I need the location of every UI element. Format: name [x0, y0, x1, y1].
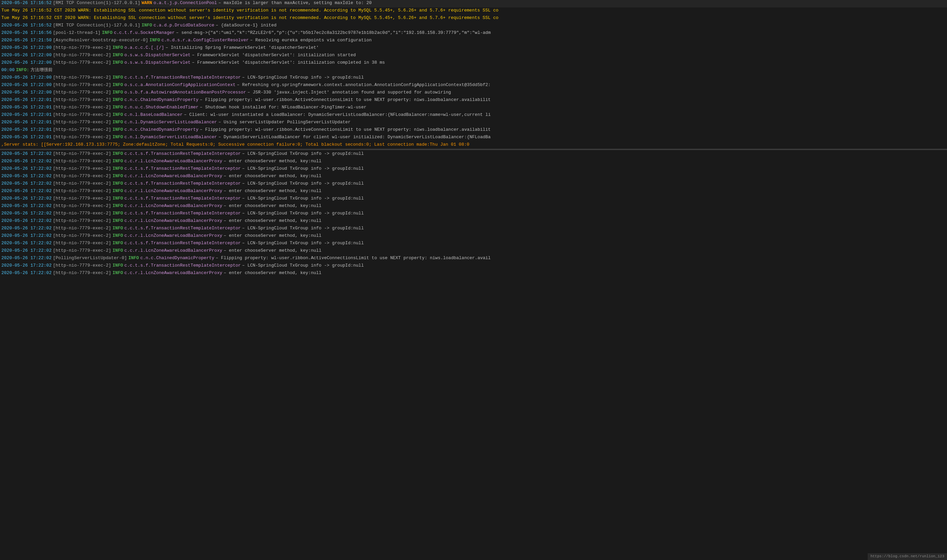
timestamp: 2020-05-26 17:22:02	[2, 255, 51, 262]
log-line: 2020-05-26 17:22:02 [http-nio-7779-exec-…	[0, 188, 947, 195]
thread: [AsyncResolver-bootstrap-executor-0]	[53, 37, 148, 44]
thread: [http-nio-7779-exec-2]	[53, 211, 111, 217]
log-line: Tue May 26 17:16:52 CST 2020 WARN: Estab…	[0, 15, 947, 22]
log-message: – LCN-SpringCloud TxGroup info -> groupI…	[242, 181, 945, 187]
log-message: – Resolving eureka endpoints via configu…	[250, 37, 945, 44]
log-message: – LCN-SpringCloud TxGroup info -> groupI…	[242, 240, 945, 247]
log-line: 2020-05-26 17:22:02 [http-nio-7779-exec-…	[0, 218, 947, 225]
timestamp: 00:00	[2, 67, 15, 74]
log-line: 2020-05-26 17:22:02 [http-nio-7779-exec-…	[0, 158, 947, 166]
status-bar: https://blog.csdn.net/runlion_123	[868, 553, 947, 560]
log-message: – Refreshing org.springframework.context…	[237, 82, 945, 88]
logger: c.n.l.DynamicServerListLoadBalancer	[125, 119, 217, 126]
thread: [RMI TCP Connection(1)-127.0.0.1]	[53, 0, 140, 6]
logger: c.c.t.s.f.TransactionRestTemplateInterce…	[125, 151, 241, 157]
log-level: INFO	[112, 173, 123, 180]
logger: c.c.r.l.LcnZoneAwareLoadBalancerProxy	[125, 203, 222, 209]
log-line: 2020-05-26 17:22:02 [http-nio-7779-exec-…	[0, 211, 947, 218]
timestamp: 2020-05-26 17:22:02	[2, 248, 51, 254]
log-line: 2020-05-26 17:22:02 [http-nio-7779-exec-…	[0, 263, 947, 270]
log-line: 2020-05-26 17:22:02 [http-nio-7779-exec-…	[0, 240, 947, 248]
log-line: 2020-05-26 17:21:50 [AsyncResolver-boots…	[0, 37, 947, 45]
log-message: – enter chooseServer method, key:null	[224, 173, 945, 180]
log-message: – DynamicServerListLoadBalancer for clie…	[218, 134, 945, 141]
thread: [http-nio-7779-exec-2]	[53, 119, 111, 126]
log-line: 2020-05-26 17:22:02 [http-nio-7779-exec-…	[0, 173, 947, 181]
thread: [http-nio-7779-exec-2]	[53, 240, 111, 247]
logger: o.s.b.f.a.AutowiredAnnotationBeanPostPro…	[125, 89, 246, 96]
timestamp: 2020-05-26 17:22:02	[2, 203, 51, 209]
timestamp: 2020-05-26 17:22:01	[2, 119, 51, 126]
log-line: 2020-05-26 17:22:01 [http-nio-7779-exec-…	[0, 134, 947, 142]
timestamp: 2020-05-26 17:22:01	[2, 97, 51, 103]
log-level: INFO	[112, 225, 123, 232]
timestamp: 2020-05-26 17:22:02	[2, 151, 51, 157]
log-message: – LCN-SpringCloud TxGroup info -> groupI…	[242, 225, 945, 232]
timestamp: 2020-05-26 17:22:01	[2, 134, 51, 141]
log-level: INFO	[112, 52, 123, 58]
timestamp: 2020-05-26 17:21:50	[2, 37, 51, 44]
log-level: INFO	[112, 112, 123, 118]
timestamp: 2020-05-26 17:22:01	[2, 112, 51, 118]
logger: o.s.c.a.AnnotationConfigApplicationConte…	[125, 82, 236, 88]
logger: c.n.l.DynamicServerListLoadBalancer	[125, 134, 217, 141]
thread: [http-nio-7779-exec-2]	[53, 134, 111, 141]
thread: [http-nio-7779-exec-2]	[53, 166, 111, 172]
log-level: INFO	[112, 158, 123, 165]
log-level: INFO	[112, 105, 123, 111]
thread: [http-nio-7779-exec-2]	[53, 248, 111, 254]
thread: [http-nio-7779-exec-2]	[53, 82, 111, 88]
log-level: INFO	[112, 97, 123, 103]
log-line: 2020-05-26 17:22:00 [http-nio-7779-exec-…	[0, 82, 947, 89]
timestamp: 2020-05-26 17:22:01	[2, 127, 51, 133]
logger: c.n.d.s.r.a.ConfigClusterResolver	[161, 37, 248, 44]
log-level: INFO	[112, 45, 123, 51]
log-message: – Client: wl-user instantiated a LoadBal…	[184, 112, 945, 118]
logger: o.a.t.j.p.ConnectionPool	[154, 0, 217, 6]
log-level: INFO:	[16, 67, 29, 74]
logger: c.c.r.l.LcnZoneAwareLoadBalancerProxy	[125, 188, 222, 194]
timestamp: 2020-05-26 17:22:02	[2, 225, 51, 232]
thread: [http-nio-7779-exec-2]	[53, 105, 111, 111]
log-line: Tue May 26 17:16:52 CST 2020 WARN: Estab…	[0, 8, 947, 15]
timestamp: 2020-05-26 17:22:02	[2, 211, 51, 217]
timestamp: 2020-05-26 17:16:56	[2, 30, 51, 36]
log-line-continuation: ,Server stats: [[Server:192.168.173.133:…	[0, 142, 947, 148]
log-message: – Shutdown hook installed for: NFLoadBal…	[200, 105, 945, 111]
log-message: Tue May 26 17:16:52 CST 2020 WARN: Estab…	[2, 8, 499, 14]
logger: c.c.t.s.f.TransactionRestTemplateInterce…	[125, 195, 241, 202]
timestamp: 2020-05-26 17:22:00	[2, 45, 51, 51]
thread: [http-nio-7779-exec-2]	[53, 112, 111, 118]
log-line: 2020-05-26 17:16:56 [pool-12-thread-1] I…	[0, 30, 947, 37]
logger: c.c.t.s.f.TransactionRestTemplateInterce…	[125, 211, 241, 217]
thread: [http-nio-7779-exec-2]	[53, 270, 111, 277]
log-level: INFO	[112, 233, 123, 239]
log-message: – Flipping property: wl-user.ribbon.Acti…	[216, 255, 945, 262]
log-level: INFO	[112, 270, 123, 277]
log-level: WARN	[142, 0, 152, 6]
log-message: – LCN-SpringCloud TxGroup info -> groupI…	[242, 151, 945, 157]
log-level: INFO	[112, 166, 123, 172]
log-line: 2020-05-26 17:22:02 [http-nio-7779-exec-…	[0, 151, 947, 158]
thread: [http-nio-7779-exec-2]	[53, 45, 111, 51]
logger: c.c.t.s.f.TransactionRestTemplateInterce…	[125, 263, 241, 269]
timestamp: 2020-05-26 17:22:02	[2, 270, 51, 277]
log-level: INFO	[112, 218, 123, 224]
log-level: INFO	[112, 60, 123, 66]
status-url: https://blog.csdn.net/runlion_123	[870, 554, 944, 558]
log-level: INFO	[112, 203, 123, 209]
log-line: 2020-05-26 17:22:01 [http-nio-7779-exec-…	[0, 112, 947, 119]
timestamp: 2020-05-26 17:22:01	[2, 105, 51, 111]
log-separator	[0, 149, 947, 150]
log-message: – LCN-SpringCloud TxGroup info -> groupI…	[242, 166, 945, 172]
timestamp: 2020-05-26 17:22:02	[2, 218, 51, 224]
log-message: – enter chooseServer method, key:null	[224, 218, 945, 224]
thread: [http-nio-7779-exec-2]	[53, 233, 111, 239]
thread: [http-nio-7779-exec-2]	[53, 127, 111, 133]
log-level: INFO	[112, 263, 123, 269]
log-line: 2020-05-26 17:22:01 [http-nio-7779-exec-…	[0, 105, 947, 112]
timestamp: 2020-05-26 17:22:00	[2, 82, 51, 88]
log-line: 2020-05-26 17:22:02 [http-nio-7779-exec-…	[0, 270, 947, 277]
timestamp: 2020-05-26 17:22:02	[2, 233, 51, 239]
log-message: – LCN-SpringCloud TxGroup info -> groupI…	[242, 75, 945, 81]
